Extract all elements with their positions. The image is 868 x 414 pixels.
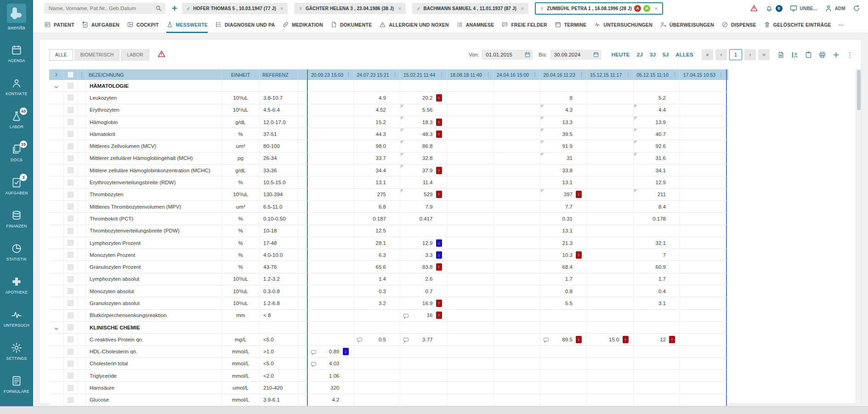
row-checkbox[interactable] xyxy=(68,240,74,246)
column-menu-icon[interactable]: ⋮ xyxy=(626,72,631,78)
value-cell[interactable]: 211 xyxy=(634,189,681,200)
tab-aufgaben[interactable]: AUFGABEN xyxy=(82,17,119,33)
value-cell[interactable]: 1.7 xyxy=(634,273,681,285)
table-row-lymphozyten-absolut[interactable]: Lymphozyten absolut10³/uL1.2-3.21.42.61.… xyxy=(49,273,728,285)
col-header-date[interactable]: 20.04.16 11:23⋮ xyxy=(540,69,587,80)
value-cell[interactable]: 1.4 xyxy=(354,273,401,285)
tab-dokumente[interactable]: DOKUMENTE xyxy=(330,17,372,33)
row-checkbox[interactable] xyxy=(68,264,74,270)
value-cell[interactable]: 0.417 xyxy=(400,213,447,224)
value-cell[interactable]: 13.1 xyxy=(540,225,587,237)
col-header-date[interactable]: 15.02.21 11:44⋮ xyxy=(400,69,447,80)
sidebar-item-finanzen[interactable]: FINANZEN xyxy=(0,202,33,235)
value-cell[interactable]: 320 xyxy=(307,382,354,393)
value-cell[interactable]: 34.4 xyxy=(354,164,401,176)
value-cell[interactable]: 8 xyxy=(540,92,587,103)
value-cell[interactable]: 28.1 xyxy=(354,237,401,249)
value-cell[interactable]: 16↑ xyxy=(400,310,447,321)
filter-tab-biometrisch[interactable]: BIOMETRISCH xyxy=(74,49,120,61)
col-header-referenz[interactable]: REFERENZ xyxy=(260,69,298,80)
tab-termine[interactable]: TERMINE xyxy=(555,17,587,33)
table-row-blutkörperchensenkungsreaktion[interactable]: Blutkörperchensenkungsreaktionmm< 816↑ xyxy=(49,310,728,322)
pdf-icon[interactable] xyxy=(777,51,785,59)
row-checkbox[interactable] xyxy=(68,180,74,186)
value-cell[interactable]: 0.187 xyxy=(354,213,401,224)
value-cell[interactable]: 3.77 xyxy=(400,334,447,345)
section-row-hämatologie[interactable]: HÄMATOLOGIE xyxy=(49,80,728,92)
comment-bubble-icon[interactable] xyxy=(544,338,549,341)
value-cell[interactable]: 0.178 xyxy=(634,213,681,224)
table-row-monozyten-prozent[interactable]: Monozyten Prozent%4.0-10.06.33.3↓10.3↑7 xyxy=(49,249,728,261)
table-row-granulozyten-absolut[interactable]: Granulozyten absolut10³/uL1.2-6.83.216.9… xyxy=(49,297,728,309)
column-menu-icon[interactable]: ⋮ xyxy=(439,72,444,78)
search-input[interactable] xyxy=(44,3,165,14)
value-cell[interactable]: 1.7 xyxy=(540,273,587,285)
table-row-triglyceride[interactable]: Triglyceridemmol/L<2.01.06 xyxy=(49,370,728,382)
range-link-alles[interactable]: ALLES xyxy=(675,52,693,57)
value-cell[interactable]: 0.89↓ xyxy=(307,346,354,357)
column-menu-icon[interactable]: ⋮ xyxy=(533,72,538,78)
comment-bubble-icon[interactable] xyxy=(403,338,408,341)
scrollbar-thumb[interactable] xyxy=(857,70,861,110)
comment-bubble-icon[interactable] xyxy=(311,350,316,354)
table-row-harnsäure[interactable]: Harnsäureumol/L210-420320 xyxy=(49,382,728,394)
close-icon[interactable]: × xyxy=(280,5,284,12)
value-cell[interactable]: 15.2 xyxy=(354,116,401,128)
value-cell[interactable]: 83.8↑ xyxy=(400,261,447,272)
col-header-date[interactable]: 15.12.15 11:17⋮ xyxy=(587,69,634,80)
value-cell[interactable]: 275 xyxy=(354,189,401,200)
row-checkbox[interactable] xyxy=(68,373,74,379)
value-cell[interactable]: 31.6 xyxy=(634,153,681,164)
row-checkbox[interactable] xyxy=(68,167,74,173)
row-checkbox[interactable] xyxy=(68,288,74,294)
value-cell[interactable]: 3.1 xyxy=(634,297,681,309)
table-row-granulozyten-prozent[interactable]: Granulozyten Prozent%43-7665.683.8↑68.46… xyxy=(49,261,728,273)
value-cell[interactable]: 13.3 xyxy=(540,116,587,128)
value-cell[interactable]: 0.3 xyxy=(354,285,401,297)
value-cell[interactable]: 5.56 xyxy=(400,104,447,116)
patient-tab[interactable]: ♀GÄCHTER HELENA 3 , 23.04.1986 (38 J)× xyxy=(294,3,406,14)
select-all-checkbox[interactable] xyxy=(68,72,74,78)
row-checkbox[interactable] xyxy=(68,312,74,318)
search-icon[interactable] xyxy=(155,5,162,12)
value-cell[interactable]: 65.6 xyxy=(354,261,401,272)
value-cell[interactable]: 15.0↑ xyxy=(587,334,634,345)
value-cell[interactable]: 31 xyxy=(540,153,587,164)
table-row-erythrozyten[interactable]: Erythrozyten10⁶/uL4.5-6.44.525.564.34.4 xyxy=(49,104,728,116)
range-link-3j[interactable]: 3J xyxy=(650,52,656,57)
row-checkbox[interactable] xyxy=(68,143,74,149)
table-row-glucose[interactable]: Glucosemmol/L3.9-6.14.2 xyxy=(49,394,728,406)
value-cell[interactable]: 5.5 xyxy=(540,297,587,309)
row-checkbox[interactable] xyxy=(68,300,74,306)
patient-tab[interactable]: ♀ZUMBÜHL PETRA 1 , 16.08.1996 (28 J)AH× xyxy=(535,2,663,15)
table-row-mittlere-zelluläre-hämoglobinkonzentration-mchc[interactable]: Mittlere zelluläre Hämoglobinkonzentrati… xyxy=(49,164,728,176)
column-menu-icon[interactable]: ⋮ xyxy=(346,72,351,78)
table-row-lymphozyten-prozent[interactable]: Lymphozyten Prozent%17-4828.112.9↓21.332… xyxy=(49,237,728,249)
patient-tab[interactable]: ♂HOFER THOMAS 5 , 10.03.1947 (77 J)× xyxy=(182,3,288,14)
row-checkbox[interactable] xyxy=(68,204,74,210)
row-checkbox[interactable] xyxy=(68,397,74,403)
value-cell[interactable]: 6.3 xyxy=(354,249,401,261)
col-header-date[interactable]: 24.07.23 15:21⋮ xyxy=(354,69,401,80)
row-checkbox[interactable] xyxy=(68,276,74,282)
value-cell[interactable]: 68.4 xyxy=(540,261,587,272)
close-icon[interactable]: × xyxy=(398,5,402,12)
tab-untersuchungen[interactable]: UNTERSUCHUNGEN xyxy=(594,17,652,33)
row-checkbox[interactable] xyxy=(68,324,74,330)
row-checkbox[interactable] xyxy=(68,131,74,137)
value-cell[interactable]: 3.3↓ xyxy=(400,249,447,261)
bell-status[interactable]: 0 xyxy=(765,4,783,12)
value-cell[interactable]: 32.1 xyxy=(634,237,681,249)
value-cell[interactable]: 11.4 xyxy=(400,176,447,188)
value-cell[interactable]: 4.52 xyxy=(354,104,401,116)
table-row-thrombozyten[interactable]: Thrombozyten10³/uL130-394275529↑397↑211 xyxy=(49,189,728,201)
tab-medikation[interactable]: MEDIKATION xyxy=(282,17,323,33)
sidebar-item-aufgaben[interactable]: 3AUFGABEN xyxy=(0,169,33,202)
tab-überweisungen[interactable]: ÜBERWEISUNGEN xyxy=(660,17,714,33)
calendar-icon[interactable] xyxy=(593,51,599,58)
value-cell[interactable]: 0.5 xyxy=(354,334,401,345)
value-cell[interactable]: 33.7 xyxy=(354,153,401,164)
value-cell[interactable]: 89.5↑ xyxy=(540,334,587,345)
header-menu[interactable]: ⋮ xyxy=(78,69,86,80)
table-row-hämatokrit[interactable]: Hämatokrit%37-5144.348.3↑39.540.7 xyxy=(49,128,728,140)
